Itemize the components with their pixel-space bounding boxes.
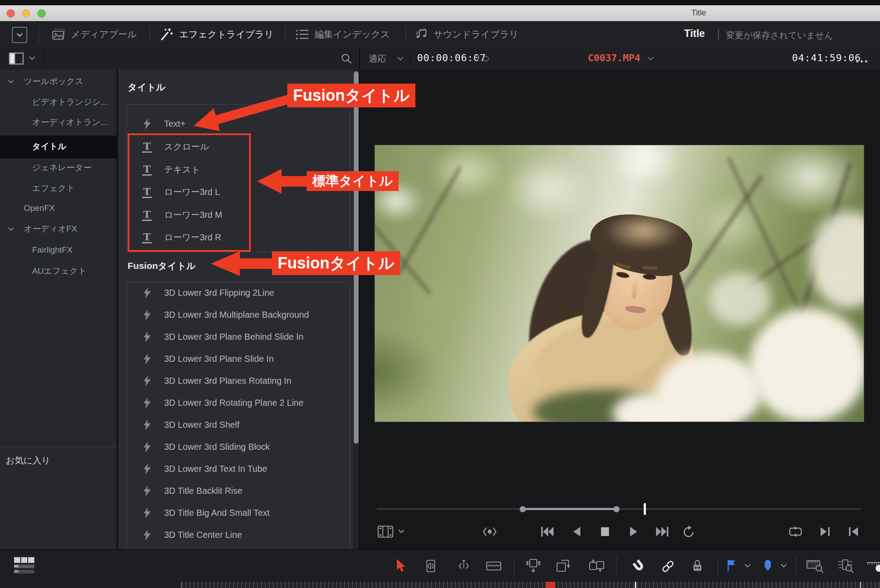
play-icon[interactable]	[628, 526, 639, 537]
match-frame-in-icon[interactable]	[847, 526, 860, 537]
search-icon[interactable]	[341, 53, 352, 64]
tab-label: エフェクトライブラリ	[179, 28, 274, 40]
close-window-button[interactable]	[7, 9, 15, 18]
section-title: タイトル	[128, 81, 165, 93]
video-preview[interactable]	[375, 145, 864, 422]
favorites-label[interactable]: お気に入り	[6, 455, 50, 467]
window-collapse-button[interactable]	[12, 27, 27, 43]
sidebar-item-generators[interactable]: ジェネレーター	[0, 159, 117, 176]
clip-timecode: 04:41:59:06	[792, 52, 861, 63]
divider	[718, 29, 719, 40]
viewer-zoom-dropdown[interactable]: 適応	[369, 53, 386, 65]
list-item[interactable]: 3D Title Center Line	[126, 527, 350, 543]
match-frame-out-icon[interactable]	[819, 526, 831, 537]
list-item[interactable]: 3D Lower 3rd Text In Tube	[126, 461, 350, 477]
save-status: 変更が保存されていません	[726, 29, 833, 41]
loop-playback-icon[interactable]	[682, 526, 695, 538]
trim-edit-mode-icon[interactable]	[423, 559, 438, 573]
selection-mode-cursor-icon[interactable]	[396, 559, 407, 573]
media-pool-icon	[52, 29, 65, 40]
scrubber-in-handle[interactable]	[520, 506, 526, 512]
replace-clip-icon[interactable]	[589, 559, 605, 573]
window-title: Title	[655, 8, 743, 18]
chevron-down-icon[interactable]	[398, 529, 404, 533]
clip-name-dropdown[interactable]: C0037.MP4	[588, 52, 640, 63]
zoom-detail-icon[interactable]	[837, 559, 855, 573]
macos-titlebar[interactable]: Title	[0, 5, 880, 22]
razor-edit-mode-icon[interactable]	[486, 560, 502, 572]
divider	[796, 556, 796, 576]
scrubber-playhead[interactable]	[644, 503, 646, 515]
flag-icon[interactable]	[727, 559, 737, 572]
play-reverse-icon[interactable]	[572, 526, 582, 537]
minimize-window-button[interactable]	[22, 9, 30, 18]
divider	[0, 447, 117, 447]
snapping-magnet-icon[interactable]	[632, 559, 645, 573]
loop-range-icon[interactable]	[789, 526, 802, 537]
sidebar-item-au-effects[interactable]: AUエフェクト	[0, 262, 117, 280]
panel-layout-icon[interactable]	[9, 52, 24, 65]
ruler-ticks	[182, 582, 880, 588]
tab-media-pool[interactable]: メディアプール	[52, 21, 137, 48]
sidebar-item-audio-transitions[interactable]: オーディオトラン...	[0, 114, 117, 131]
sidebar-item-fairlightfx[interactable]: FairlightFX	[0, 241, 117, 259]
zoom-window-button[interactable]	[37, 9, 46, 18]
list-item-textplus[interactable]: Text+	[126, 116, 350, 132]
sound-library-icon	[415, 28, 428, 40]
fusion-lightning-icon	[142, 331, 152, 342]
list-item[interactable]: 3D Lower 3rd Plane Behind Slide In	[126, 329, 350, 345]
list-item[interactable]: 3D Lower 3rd Plane Slide In	[126, 351, 350, 367]
loop-selection-icon[interactable]	[482, 526, 497, 537]
fusion-lightning-icon	[142, 485, 152, 496]
divider	[44, 49, 44, 68]
sidebar-item-openfx[interactable]: OpenFX	[0, 199, 117, 217]
list-item[interactable]: 3D Lower 3rd Shelf	[126, 417, 350, 433]
list-item[interactable]: 3D Lower 3rd Flipping 2Line	[126, 285, 350, 301]
list-item[interactable]: 3D Lower 3rd Rotating Plane 2 Line	[126, 395, 350, 411]
stop-icon[interactable]	[600, 526, 610, 537]
linked-selection-icon[interactable]	[661, 560, 675, 573]
list-item[interactable]: 3D Title Big And Small Text	[126, 505, 350, 521]
go-to-first-frame-icon[interactable]	[540, 526, 555, 537]
chevron-down-icon[interactable]	[648, 57, 654, 61]
zoom-full-extent-icon[interactable]	[807, 559, 824, 573]
sidebar-item-effects[interactable]: エフェクト	[0, 180, 117, 197]
app-header: メディアプール エフェクトライブラリ 編集インデックス サウンドライブラリ Ti…	[0, 21, 880, 48]
divider	[181, 582, 182, 588]
tab-label: サウンドライブラリ	[433, 28, 518, 40]
divider	[406, 26, 406, 43]
divider	[478, 49, 478, 68]
marker-icon[interactable]	[763, 559, 773, 572]
zoom-custom-icon[interactable]	[866, 559, 880, 573]
sidebar-item-audio-fx[interactable]: オーディオFX	[0, 220, 117, 238]
list-item[interactable]: 3D Title Backlit Rise	[126, 483, 350, 499]
options-dots-icon[interactable]	[856, 60, 867, 62]
tab-sound-library[interactable]: サウンドライブラリ	[415, 21, 518, 48]
timeline-red-clip-indicator	[546, 582, 555, 588]
go-to-last-frame-icon[interactable]	[655, 526, 670, 537]
divider	[616, 556, 617, 576]
sidebar-item-titles[interactable]: タイトル	[0, 138, 117, 155]
overwrite-clip-icon[interactable]	[555, 559, 570, 573]
chevron-down-icon[interactable]	[744, 564, 751, 568]
preview-mode-icon[interactable]	[378, 526, 393, 538]
sidebar-item-toolbox[interactable]: ツールボックス	[0, 73, 117, 90]
position-lock-icon[interactable]	[691, 559, 704, 572]
dynamic-trim-mode-icon[interactable]	[456, 559, 471, 573]
chevron-down-icon[interactable]	[29, 56, 35, 60]
tab-effects-library[interactable]: エフェクトライブラリ	[159, 21, 274, 48]
timeline-view-icon[interactable]	[13, 556, 37, 576]
chevron-down-icon[interactable]	[781, 564, 787, 568]
insert-clip-icon[interactable]	[525, 559, 541, 573]
record-indicator-icon	[483, 56, 489, 62]
current-timecode: 00:00:06:07	[417, 52, 486, 63]
list-item[interactable]: 3D Lower 3rd Planes Rotating In	[126, 373, 350, 389]
list-item[interactable]: 3D Lower 3rd Multiplane Background	[126, 307, 350, 323]
scrubber-out-handle[interactable]	[613, 506, 620, 512]
chevron-down-icon[interactable]	[397, 57, 403, 61]
scrubber-range[interactable]	[523, 508, 616, 510]
timeline-ruler[interactable]	[0, 582, 880, 588]
list-item[interactable]: 3D Lower 3rd Sliding Block	[126, 439, 350, 455]
tab-edit-index[interactable]: 編集インデックス	[296, 21, 390, 48]
sidebar-item-video-transitions[interactable]: ビデオトランジシ...	[0, 93, 117, 111]
